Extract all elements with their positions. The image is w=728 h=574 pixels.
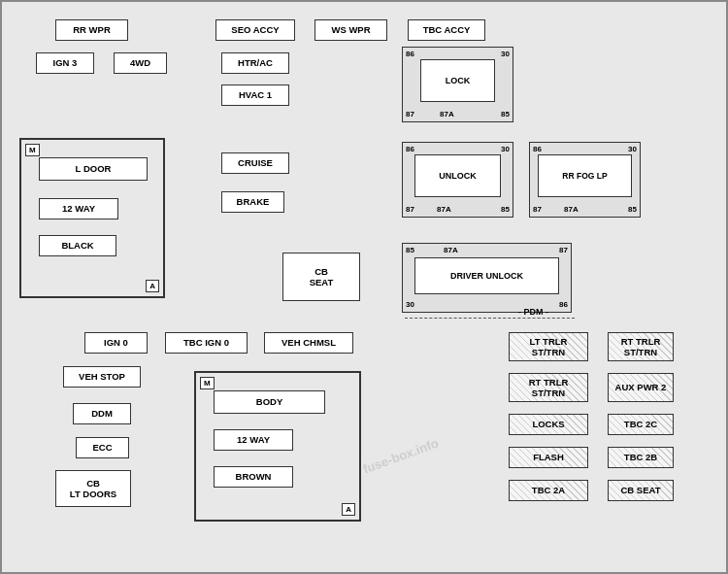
body-corner-m: M (200, 377, 215, 389)
unlock-pin-30: 30 (501, 145, 510, 153)
brake-box: BRAKE (221, 191, 284, 213)
driver-unlock-pin-30: 30 (406, 300, 414, 309)
driver-unlock-block: 85 87A 87 DRIVER UNLOCK 30 86 (402, 243, 572, 313)
tbc-2a-box: CB SEAT (608, 480, 674, 501)
driver-unlock-pin-85: 85 (406, 246, 414, 254)
pdm-label: - PDM - (518, 307, 548, 317)
12way-right-box: 12 WAY (214, 429, 293, 451)
pdm-line (405, 318, 575, 319)
seo-accy-box: SEO ACCY (215, 19, 295, 41)
body-label: BODY (214, 390, 325, 414)
driver-unlock-pin-86: 86 (559, 300, 568, 309)
lock-pin-87: 87 (406, 110, 414, 118)
rr-fog-pin-87a: 87A (564, 205, 579, 214)
driver-unlock-label: DRIVER UNLOCK (414, 257, 559, 294)
rr-fog-relay-label: RR FOG LP (538, 154, 632, 197)
unlock-relay-label: UNLOCK (414, 154, 501, 197)
lock-pin-86: 86 (406, 50, 414, 58)
htr-ac-box: HTR/AC (221, 52, 289, 74)
unlock-pin-86: 86 (406, 145, 414, 153)
unlock-pin-87a: 87A (437, 205, 451, 214)
unlock-relay-block: 86 30 UNLOCK 87 87A 85 (402, 142, 513, 218)
cb-lt-doors-box: CBLT DOORS (55, 470, 131, 507)
fuse-diagram: RR WPR SEO ACCY WS WPR TBC ACCY IGN 3 4W… (0, 0, 728, 574)
rr-fog-pin-85: 85 (628, 205, 637, 214)
tbc-2c-box: FLASH (509, 447, 588, 468)
l-door-label: L DOOR (39, 157, 148, 181)
rr-fog-pin-87: 87 (533, 205, 542, 214)
ign0-box: IGN 0 (84, 332, 148, 354)
body-corner-a: A (342, 503, 355, 516)
rt-trn-box: AUX PWR 2 (608, 373, 674, 402)
unlock-pin-85: 85 (501, 205, 510, 214)
cb-seat-box: CBSEAT (282, 253, 360, 301)
driver-unlock-pin-87: 87 (559, 246, 568, 254)
unlock-pin-87: 87 (406, 205, 414, 214)
watermark-text: fuse-box.info (361, 435, 441, 476)
l-door-corner-m: M (25, 144, 40, 156)
hvac1-box: HVAC 1 (221, 84, 289, 106)
veh-stop-box: VEH STOP (63, 366, 141, 388)
aux-pwr2-box: LOCKS (509, 414, 588, 435)
flash-box: TBC 2B (608, 447, 674, 468)
ign3-box: IGN 3 (36, 52, 94, 74)
l-door-block: M L DOOR 12 WAY BLACK A (19, 138, 165, 298)
veh-chmsl-box: VEH CHMSL (264, 332, 353, 354)
lock-relay-label: LOCK (420, 59, 495, 102)
ddm-box: DDM (73, 403, 131, 424)
ws-wpr-box: WS WPR (314, 19, 387, 41)
rr-fog-pin-86: 86 (533, 145, 542, 153)
lock-pin-87a: 87A (440, 110, 454, 118)
4wd-box: 4WD (114, 52, 167, 74)
l-door-corner-a: A (146, 280, 159, 292)
rr-wpr-box: RR WPR (55, 19, 128, 41)
rr-fog-relay-block: 86 30 RR FOG LP 87 87A 85 (529, 142, 641, 218)
tbc-2b-box: TBC 2A (509, 480, 588, 501)
cruise-box: CRUISE (221, 152, 289, 174)
driver-unlock-pin-87a: 87A (444, 246, 458, 254)
brown-box: BROWN (214, 466, 293, 488)
rt-trlr-strn-box: RT TRLRST/TRN (509, 373, 588, 402)
12way-left-box: 12 WAY (39, 198, 118, 219)
black-box: BLACK (39, 235, 116, 256)
lock-pin-85: 85 (501, 110, 510, 118)
tbc-ign0-box: TBC IGN 0 (165, 332, 248, 354)
lock-pin-30: 30 (501, 50, 510, 58)
locks-box: TBC 2C (608, 414, 674, 435)
lt-trn-box: RT TRLR ST/TRN (608, 332, 674, 361)
lock-relay-block: 86 30 LOCK 87 87A 85 (402, 47, 513, 122)
rr-fog-pin-30: 30 (628, 145, 637, 153)
tbc-accy-box: TBC ACCY (408, 19, 485, 41)
body-block: M BODY 12 WAY BROWN A (194, 371, 361, 522)
ecc-box: ECC (76, 437, 129, 458)
lt-trlr-strn-box: LT TRLRST/TRN (509, 332, 588, 361)
